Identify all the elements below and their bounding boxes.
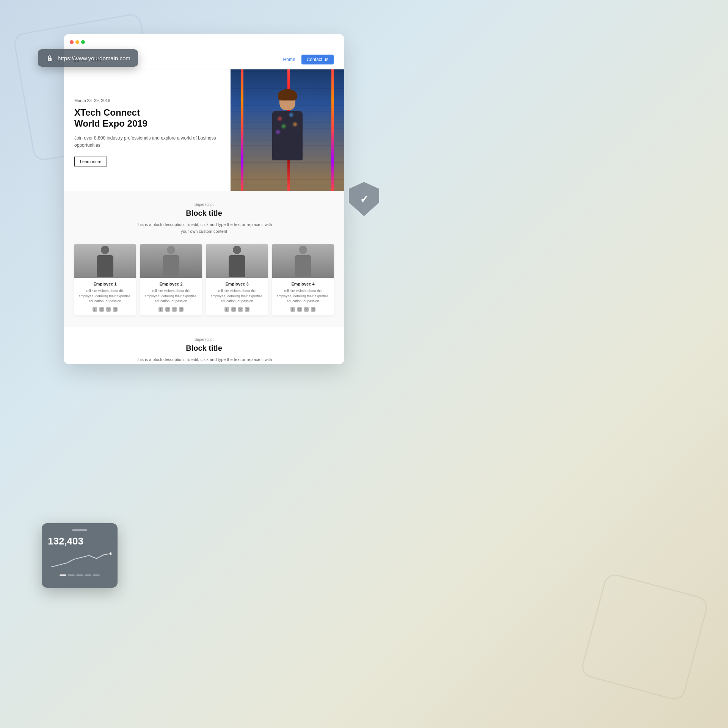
section1-superscript: Superscript — [74, 202, 334, 207]
nav-home-link[interactable]: Home — [283, 57, 295, 62]
sil-body — [97, 255, 113, 277]
learn-more-button[interactable]: Learn more — [74, 157, 107, 166]
twitter-x-icon[interactable] — [106, 307, 111, 312]
lock-icon — [46, 54, 54, 62]
section2-title: Block title — [74, 344, 334, 353]
schedule-block-section: Superscript Block title This is a block … — [64, 327, 344, 364]
nav-links: Home Contact us — [283, 55, 334, 64]
section2-superscript: Superscript — [74, 337, 334, 342]
hero-image — [231, 69, 344, 191]
facebook-icon[interactable] — [93, 307, 97, 312]
url-text: https://www.yourdomain.com — [58, 55, 130, 61]
section1-description: This is a block description. To edit, cl… — [132, 221, 276, 235]
background-shape-2 — [580, 572, 710, 702]
checkmark-icon: ✓ — [360, 193, 369, 206]
sil-body — [295, 255, 311, 277]
nav-contact-button[interactable]: Contact us — [301, 55, 334, 64]
twitter-x-icon-3[interactable] — [238, 307, 243, 312]
employee-photo-3 — [206, 244, 268, 278]
employee-photo-1 — [74, 244, 136, 278]
speaker-outfit-pattern — [272, 111, 303, 160]
employee-card-4: Employee 4 Tell site visitors about this… — [272, 244, 334, 315]
window-close-button[interactable] — [70, 40, 74, 44]
instagram-icon-2[interactable] — [165, 307, 170, 312]
stats-dot-4 — [85, 574, 91, 576]
employee-photo-4 — [272, 244, 334, 278]
email-icon-4[interactable] — [311, 307, 315, 312]
stats-dot-2 — [68, 574, 75, 576]
svg-point-1 — [49, 59, 50, 60]
sil-head — [233, 246, 241, 254]
speaker-body — [272, 111, 303, 160]
window-minimize-button[interactable] — [75, 40, 79, 44]
employee-photo-placeholder-2 — [140, 244, 202, 278]
speaker-figure — [261, 92, 314, 191]
employees-grid: Employee 1 Tell site visitors about this… — [74, 244, 334, 315]
stats-chart — [48, 552, 111, 571]
stats-dots — [48, 574, 111, 576]
twitter-x-icon-2[interactable] — [172, 307, 177, 312]
instagram-icon-4[interactable] — [297, 307, 302, 312]
svg-point-16 — [299, 309, 300, 310]
employee-bio-3: Tell site visitors about this employee, … — [210, 289, 264, 304]
employee-info-3: Employee 3 Tell site visitors about this… — [206, 278, 268, 315]
website-content: Summit Home Contact us March 23–29, 2019… — [64, 50, 344, 364]
employee-socials-3 — [210, 307, 264, 312]
employee-card-2: Employee 2 Tell site visitors about this… — [140, 244, 202, 315]
email-icon-2[interactable] — [179, 307, 184, 312]
twitter-x-icon-4[interactable] — [304, 307, 309, 312]
employee-info-4: Employee 4 Tell site visitors about this… — [272, 278, 334, 315]
stats-dot-3 — [76, 574, 83, 576]
drag-handle[interactable] — [72, 529, 87, 531]
employee-photo-2 — [140, 244, 202, 278]
svg-point-5 — [102, 308, 102, 309]
browser-topbar — [64, 34, 344, 50]
employee-card-1: Employee 1 Tell site visitors about this… — [74, 244, 136, 315]
employee-socials-2 — [144, 307, 198, 312]
email-icon[interactable] — [113, 307, 118, 312]
employee-silhouette-4 — [292, 246, 314, 278]
shield-icon: ✓ — [349, 182, 379, 216]
employee-silhouette-2 — [160, 246, 182, 278]
svg-rect-18 — [312, 308, 315, 310]
employee-silhouette-3 — [226, 246, 248, 278]
facebook-icon-3[interactable] — [224, 307, 229, 312]
employee-name-4: Employee 4 — [276, 282, 330, 286]
employee-name-1: Employee 1 — [78, 282, 132, 286]
svg-rect-10 — [180, 308, 183, 310]
section1-title: Block title — [74, 209, 334, 218]
svg-point-17 — [300, 308, 300, 309]
sil-head — [299, 246, 307, 254]
employee-info-1: Employee 1 Tell site visitors about this… — [74, 278, 136, 315]
employee-photo-placeholder-3 — [206, 244, 268, 278]
instagram-icon-3[interactable] — [231, 307, 236, 312]
employee-info-2: Employee 2 Tell site visitors about this… — [140, 278, 202, 315]
stats-dot-5 — [93, 574, 100, 576]
sil-body — [229, 255, 245, 277]
employee-bio-2: Tell site visitors about this employee, … — [144, 289, 198, 304]
employee-photo-placeholder-1 — [74, 244, 136, 278]
hero-section: March 23–29, 2019 XTech Connect World Ex… — [64, 69, 344, 191]
svg-point-8 — [167, 309, 168, 310]
svg-point-2 — [110, 552, 111, 555]
email-icon-3[interactable] — [245, 307, 249, 312]
speaker-hair — [278, 89, 297, 100]
sil-head — [167, 246, 175, 254]
security-badge: ✓ — [349, 182, 379, 216]
svg-point-12 — [233, 309, 234, 310]
window-maximize-button[interactable] — [81, 40, 85, 44]
facebook-icon-4[interactable] — [290, 307, 295, 312]
employee-photo-placeholder-4 — [272, 244, 334, 278]
facebook-icon-2[interactable] — [158, 307, 163, 312]
hero-photo — [231, 69, 344, 191]
instagram-icon[interactable] — [99, 307, 104, 312]
led-strip-left — [241, 69, 243, 191]
svg-rect-14 — [246, 308, 249, 310]
sil-body — [163, 255, 179, 277]
svg-rect-6 — [114, 308, 117, 310]
employee-card-3: Employee 3 Tell site visitors about this… — [206, 244, 268, 315]
svg-point-4 — [101, 309, 102, 310]
employee-socials-4 — [276, 307, 330, 312]
url-bar[interactable]: https://www.yourdomain.com — [38, 49, 138, 67]
employee-bio-4: Tell site visitors about this employee, … — [276, 289, 330, 304]
